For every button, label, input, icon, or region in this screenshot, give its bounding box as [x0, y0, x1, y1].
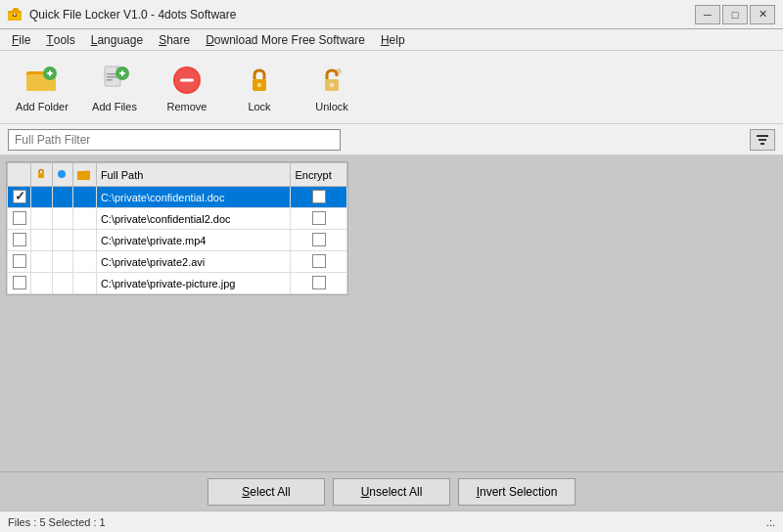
- svg-rect-24: [757, 135, 768, 137]
- row-lock-cell: [31, 187, 53, 208]
- row-checkbox[interactable]: [13, 190, 26, 203]
- svg-rect-29: [77, 171, 90, 180]
- bottom-bar: Select All Unselect All Invert Selection: [0, 471, 783, 510]
- row-folder-cell: [72, 187, 96, 208]
- maximize-button[interactable]: □: [722, 5, 748, 24]
- row-folder-cell: [72, 251, 96, 273]
- table-row[interactable]: C:\private\confidential.doc: [8, 187, 347, 208]
- row-encrypt-checkbox[interactable]: [312, 211, 326, 225]
- filter-button[interactable]: [750, 129, 775, 151]
- invert-selection-label: Invert Selection: [477, 485, 558, 499]
- status-bar: Files : 5 Selected : 1 .:.: [0, 510, 783, 532]
- add-folder-label: Add Folder: [16, 101, 69, 112]
- row-path: C:\private\private.mp4: [96, 230, 291, 251]
- unlock-label: Unlock: [315, 101, 348, 112]
- main-area: Full Path Encrypt C:\private\confidentia…: [0, 155, 783, 471]
- svg-rect-11: [107, 76, 116, 78]
- row-path: C:\private\private2.avi: [96, 251, 291, 273]
- menu-download[interactable]: Download More Free Software: [198, 29, 373, 50]
- row-lock-cell: [31, 251, 53, 273]
- lock-label: Lock: [248, 101, 270, 112]
- add-files-label: Add Files: [92, 101, 137, 112]
- toolbar: Add Folder Add Files Remove Lo: [0, 51, 783, 124]
- svg-rect-22: [330, 83, 334, 87]
- svg-rect-26: [760, 143, 764, 145]
- svg-rect-10: [107, 73, 116, 75]
- svg-point-23: [336, 68, 342, 74]
- row-encrypt-checkbox[interactable]: [312, 233, 326, 246]
- svg-rect-25: [759, 139, 766, 141]
- svg-point-3: [14, 14, 16, 16]
- unselect-all-label: Unselect All: [361, 485, 423, 499]
- svg-rect-18: [180, 78, 194, 81]
- table-row[interactable]: C:\private\confidential2.doc: [8, 208, 347, 230]
- filter-icon: [756, 133, 769, 147]
- row-lock-cell: [31, 230, 53, 251]
- folder-header-icon: [77, 168, 91, 180]
- row-dot-cell: [52, 187, 72, 208]
- remove-icon: [169, 63, 205, 98]
- header-encrypt: Encrypt: [291, 163, 347, 187]
- row-dot-cell: [52, 230, 72, 251]
- lock-header-icon: [35, 168, 47, 180]
- svg-rect-27: [38, 173, 44, 178]
- minimize-button[interactable]: ─: [695, 5, 720, 24]
- lock-icon: [242, 63, 277, 98]
- title-controls: ─ □ ✕: [695, 5, 775, 24]
- row-checkbox[interactable]: [13, 233, 26, 246]
- title-bar: Quick File Locker V1.0 - 4dots Software …: [0, 0, 783, 29]
- unselect-all-button[interactable]: Unselect All: [333, 478, 450, 506]
- add-folder-button[interactable]: Add Folder: [8, 57, 76, 117]
- menu-file[interactable]: File: [4, 29, 38, 50]
- invert-selection-button[interactable]: Invert Selection: [458, 478, 576, 506]
- menu-language[interactable]: Language: [83, 29, 151, 50]
- header-dot: [52, 163, 72, 187]
- table-row[interactable]: C:\private\private.mp4: [8, 230, 347, 251]
- add-folder-icon: [24, 63, 60, 98]
- add-files-button[interactable]: Add Files: [80, 57, 149, 117]
- svg-rect-15: [121, 70, 123, 76]
- row-encrypt-checkbox[interactable]: [312, 190, 326, 203]
- menu-help[interactable]: Help: [373, 29, 413, 50]
- unlock-icon: [314, 63, 349, 98]
- status-text: Files : 5 Selected : 1: [8, 516, 106, 528]
- row-checkbox[interactable]: [13, 276, 26, 289]
- title-left: Quick File Locker V1.0 - 4dots Software: [8, 7, 236, 22]
- table-row[interactable]: C:\private\private2.avi: [8, 251, 347, 273]
- row-folder-cell: [72, 230, 96, 251]
- header-lock: [31, 163, 53, 187]
- row-checkbox[interactable]: [13, 254, 26, 268]
- header-full-path: Full Path: [96, 163, 291, 187]
- row-dot-cell: [52, 251, 72, 273]
- gray-area: [354, 155, 783, 471]
- row-encrypt-checkbox[interactable]: [312, 254, 326, 268]
- filter-bar: [0, 124, 783, 155]
- filter-input[interactable]: [8, 129, 341, 151]
- row-encrypt-checkbox[interactable]: [312, 276, 326, 289]
- row-path: C:\private\private-picture.jpg: [96, 273, 291, 294]
- row-folder-cell: [72, 273, 96, 294]
- lock-button[interactable]: Lock: [225, 57, 294, 117]
- svg-rect-12: [107, 79, 113, 81]
- svg-rect-8: [49, 70, 51, 76]
- select-all-button[interactable]: Select All: [207, 478, 325, 506]
- close-button[interactable]: ✕: [750, 5, 775, 24]
- unlock-button[interactable]: Unlock: [298, 57, 366, 117]
- row-checkbox[interactable]: [13, 211, 26, 225]
- table-header-row: Full Path Encrypt: [8, 163, 347, 187]
- table-row[interactable]: C:\private\private-picture.jpg: [8, 273, 347, 294]
- remove-label: Remove: [167, 101, 207, 112]
- file-table-container: Full Path Encrypt C:\private\confidentia…: [6, 161, 348, 295]
- file-table: Full Path Encrypt C:\private\confidentia…: [7, 162, 347, 294]
- select-all-label: Select All: [242, 485, 290, 499]
- row-lock-cell: [31, 273, 53, 294]
- menu-tools[interactable]: Tools: [38, 29, 82, 50]
- menu-bar: File Tools Language Share Download More …: [0, 29, 783, 51]
- dot-header-icon: [57, 169, 67, 179]
- remove-button[interactable]: Remove: [153, 57, 221, 117]
- menu-share[interactable]: Share: [151, 29, 198, 50]
- row-path: C:\private\confidential2.doc: [96, 208, 291, 230]
- svg-point-28: [58, 170, 66, 178]
- app-icon: [8, 7, 23, 22]
- add-files-icon: [97, 63, 132, 98]
